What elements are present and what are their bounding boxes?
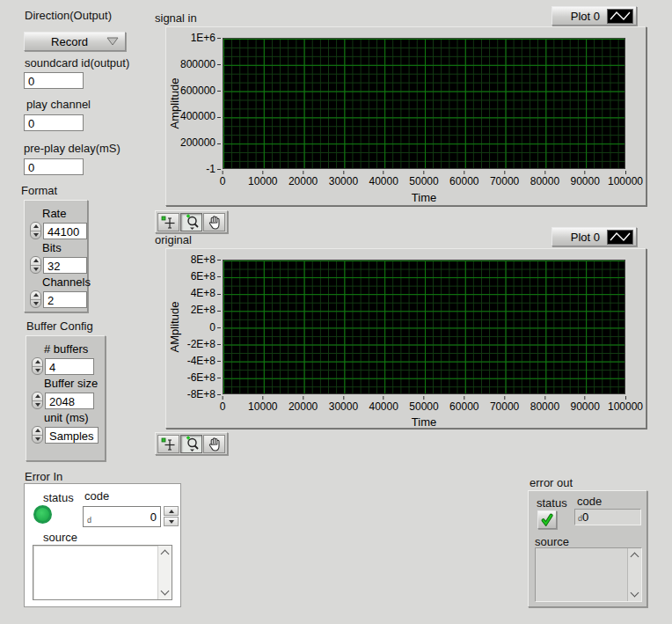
y-tick-label: 2E+8 [166,304,221,316]
y-tick-label: -8E+8 [166,388,221,400]
numeric-control-label: unit (ms) [44,411,99,424]
increment-button[interactable] [164,506,179,516]
increment-decrement-spinner[interactable] [30,290,41,308]
x-tick-label: 80000 [530,396,559,413]
y-tick-label: 600000 [166,84,221,97]
x-tick-label: 60000 [449,171,478,187]
buffer-config-cluster: # buffers 4 Buffer size 2048 [26,335,106,461]
numeric-control-value[interactable]: 32 [43,257,87,274]
x-axis-label: Time [223,191,625,204]
x-tick-label: 80000 [530,171,559,187]
numeric-control-label: # buffers [44,342,99,356]
error-out-code-label: code [577,495,602,508]
x-tick-label: 50000 [409,396,438,413]
plot-line-sample-icon [607,230,633,245]
numeric-control-label: Rate [42,207,82,220]
preplay-delay-label: pre-play delay(mS) [24,142,121,155]
error-out-code-indicator: d 0 [574,509,641,525]
plot-legend-label: Plot 0 [571,231,600,244]
decrement-button[interactable] [33,401,42,409]
direction-dropdown[interactable]: Record [24,32,126,51]
increment-button[interactable] [33,393,42,401]
preplay-delay-input[interactable]: 0 [24,158,84,175]
x-tick-label: 70000 [490,171,519,187]
scroll-up-icon[interactable] [161,550,170,559]
x-tick-label: 30000 [329,171,358,187]
cursor-tool-button[interactable] [157,435,179,453]
error-in-cluster-label: Error In [25,470,62,483]
increment-decrement-spinner[interactable] [30,222,41,239]
numeric-control: Rate 44100 [30,207,82,239]
scroll-down-icon[interactable] [161,587,170,596]
original-plot-legend[interactable]: Plot 0 [551,227,637,246]
y-tick-label: -6E+8 [166,371,221,384]
x-tick-label: 10000 [248,171,277,187]
y-tick-label: 6E+8 [166,270,221,283]
x-tick-label: 50000 [409,171,438,187]
signal-in-plot-area[interactable] [223,38,625,169]
x-tick-label: 0 [220,396,226,413]
scroll-up-icon [631,553,639,562]
decrement-button[interactable] [164,517,179,526]
error-in-source-input[interactable] [33,545,172,600]
error-in-code-input[interactable]: d 0 [83,506,161,527]
signal-in-graph: Amplitude 1E+6800000600000400000200000-1… [165,26,646,206]
increment-decrement-spinner[interactable] [32,392,43,409]
scrollbar[interactable] [157,546,172,599]
decrement-button[interactable] [31,266,40,274]
play-channel-input[interactable]: 0 [24,114,84,131]
x-axis-ticks: 0100002000030000400005000060000700008000… [223,396,625,410]
zoom-tool-button[interactable] [180,435,202,453]
direction-label: Direction(Output) [25,9,112,22]
numeric-control-value[interactable]: Samples [45,427,99,444]
numeric-control-label: Buffer size [44,377,99,390]
error-in-code-value: 0 [91,510,157,524]
y-tick-label: 1E+6 [166,32,221,44]
cursor-tool-button[interactable] [157,213,179,231]
buffer-config-cluster-label: Buffer Config [26,319,93,333]
numeric-control-value[interactable]: 2048 [45,393,94,409]
y-axis-ticks: 1E+6800000600000400000200000-1 [166,32,221,175]
increment-decrement-spinner[interactable] [32,357,43,375]
signal-in-plot-legend[interactable]: Plot 0 [551,6,637,26]
scrollbar [627,548,641,601]
increment-button[interactable] [33,358,42,367]
decrement-button[interactable] [31,300,40,308]
y-tick-label: 800000 [166,58,221,70]
numeric-control-label: Channels [42,275,82,289]
format-cluster-label: Format [21,184,57,197]
numeric-control-value[interactable]: 4 [45,358,94,375]
decrement-button[interactable] [33,436,42,444]
original-graph: AMplitude 8E+86E+84E+82E+80-2E+8-4E+8-6E… [165,248,646,429]
decrement-button[interactable] [33,367,42,375]
numeric-control: unit (ms) Samples [32,411,99,444]
error-in-source-value[interactable] [33,546,157,599]
increment-button[interactable] [31,223,40,231]
soundcard-id-input[interactable]: 0 [24,72,84,89]
zoom-tool-button[interactable] [180,213,202,231]
numeric-control: # buffers 4 [32,342,99,375]
hand-icon [207,215,223,230]
pan-tool-button[interactable] [203,213,225,231]
y-tick-label: 0 [166,321,221,334]
buffer-config-fields: # buffers 4 Buffer size 2048 [32,342,99,444]
increment-decrement-spinner[interactable] [32,426,43,444]
x-tick-label: 20000 [289,396,318,413]
pan-tool-button[interactable] [203,435,225,453]
decrement-button[interactable] [31,231,40,239]
original-plot-area[interactable] [223,260,625,394]
error-out-source-label: source [535,535,569,548]
numeric-control: Channels 2 [30,275,82,308]
increment-button[interactable] [31,291,40,300]
error-in-code-spinner[interactable] [164,506,179,526]
increment-button[interactable] [33,427,42,436]
increment-button[interactable] [31,257,40,266]
y-axis-ticks: 8E+86E+84E+82E+80-2E+8-4E+8-6E+8-8E+8 [166,253,221,400]
numeric-control-label: Bits [42,241,82,254]
numeric-control-value[interactable]: 44100 [43,223,87,239]
error-in-status-led[interactable] [33,505,52,524]
numeric-control-value[interactable]: 2 [43,291,87,308]
increment-decrement-spinner[interactable] [30,256,41,274]
labview-front-panel: Direction(Output) Record soundcard id(ou… [0,0,672,624]
checkmark-icon [540,513,554,526]
